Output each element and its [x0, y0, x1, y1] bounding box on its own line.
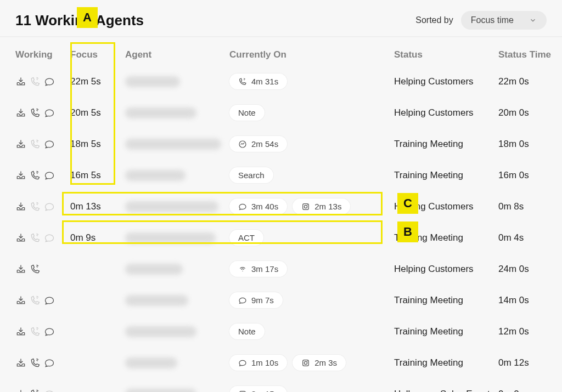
- agent-cell: [125, 107, 229, 118]
- phone-icon: [30, 232, 41, 243]
- currently-chip[interactable]: 3m 17s: [229, 261, 287, 277]
- col-working: Working: [15, 49, 70, 60]
- status-time-cell: 16m 0s: [498, 170, 553, 181]
- chip-text: 2m 3s: [314, 358, 337, 367]
- working-cell: [15, 357, 70, 368]
- chat-icon: [238, 359, 247, 367]
- currently-on-cell: Note: [229, 105, 394, 121]
- status-cell: Helping Customers: [394, 264, 498, 275]
- currently-chip[interactable]: 3m 40s: [229, 198, 287, 214]
- status-cell: Training Meeting: [394, 326, 498, 337]
- agents-table: Working Focus Agent Currently On Status …: [0, 37, 562, 392]
- sorted-by-label: Sorted by: [415, 15, 453, 25]
- agent-name-redacted: [125, 389, 196, 393]
- phone-icon: [30, 295, 41, 306]
- table-row[interactable]: Note Training Meeting 12m 0s: [11, 316, 551, 347]
- agent-cell: [125, 326, 229, 337]
- currently-on-cell: 2m 54s: [229, 136, 394, 152]
- chip-text: 1m 10s: [251, 358, 278, 367]
- currently-on-cell: 9m 7s: [229, 292, 394, 308]
- chip-text: 2m 54s: [251, 139, 278, 149]
- phone-icon: [30, 107, 41, 118]
- inbox-icon: [15, 201, 26, 212]
- currently-chip[interactable]: 2m 54s: [229, 136, 287, 152]
- inbox-icon: [15, 76, 26, 87]
- chip-text: ACT: [238, 233, 255, 242]
- messenger-icon: [238, 140, 247, 149]
- currently-chip[interactable]: Search: [229, 167, 273, 183]
- phone-icon: [238, 77, 247, 86]
- currently-chip[interactable]: 2m 13s: [293, 198, 350, 214]
- working-cell: [15, 201, 70, 212]
- currently-chip[interactable]: Note: [229, 105, 265, 121]
- header-bar: 11 Working Agents Sorted by Focus time: [0, 0, 562, 37]
- chat-icon: [44, 76, 55, 87]
- chip-text: 9m 7s: [251, 296, 274, 305]
- phone-icon: [30, 326, 41, 337]
- inbox-icon: [15, 107, 26, 118]
- agent-name-redacted: [125, 326, 196, 337]
- agent-name-redacted: [125, 357, 177, 368]
- table-row[interactable]: 0m 9s ACT Training Meeting 0m 4s: [11, 222, 551, 253]
- phone-icon: [30, 389, 41, 393]
- chat-icon: [44, 107, 55, 118]
- agent-cell: [125, 357, 229, 368]
- currently-on-cell: Search: [229, 167, 394, 183]
- status-time-cell: 12m 0s: [498, 326, 553, 337]
- table-row[interactable]: 3m 17s Helping Customers 24m 0s: [11, 253, 551, 285]
- agent-cell: [125, 264, 229, 275]
- table-row[interactable]: 0m 13s 3m 40s2m 13s Helping Customers 0m…: [11, 191, 551, 222]
- agent-name-redacted: [125, 76, 180, 87]
- phone-icon: [30, 357, 41, 368]
- chat-icon: [44, 201, 55, 212]
- table-row[interactable]: 22m 5s 4m 31s Helping Customers 22m 0s: [11, 66, 551, 97]
- table-row[interactable]: 3m 15s Halloween Sales Event 0m 0s: [11, 378, 551, 392]
- table-header: Working Focus Agent Currently On Status …: [11, 37, 551, 66]
- chevron-down-icon: [529, 16, 537, 24]
- agent-name-redacted: [125, 232, 216, 243]
- agent-name-redacted: [125, 170, 186, 181]
- currently-chip[interactable]: 1m 10s: [229, 355, 287, 371]
- chip-text: 4m 31s: [251, 77, 278, 86]
- status-time-cell: 0m 4s: [498, 232, 553, 243]
- agent-cell: [125, 139, 229, 150]
- working-cell: [15, 170, 70, 181]
- chip-text: 3m 15s: [251, 389, 278, 392]
- working-cell: [15, 326, 70, 337]
- svg-point-6: [305, 361, 307, 364]
- working-cell: [15, 107, 70, 118]
- table-row[interactable]: 18m 5s 2m 54s Training Meeting 18m 0s: [11, 128, 551, 160]
- sort-controls: Sorted by Focus time: [415, 11, 547, 30]
- inbox-icon: [15, 357, 26, 368]
- agent-cell: [125, 295, 229, 306]
- chip-text: 3m 17s: [251, 264, 278, 274]
- col-currently-on: Currently On: [229, 49, 394, 60]
- sort-select[interactable]: Focus time: [461, 11, 547, 30]
- status-cell: Training Meeting: [394, 139, 498, 150]
- status-time-cell: 14m 0s: [498, 295, 553, 306]
- chat-icon: [238, 202, 247, 211]
- status-time-cell: 22m 0s: [498, 76, 553, 87]
- working-cell: [15, 76, 70, 87]
- status-cell: Helping Customers: [394, 76, 498, 87]
- table-row[interactable]: 16m 5s Search Training Meeting 16m 0s: [11, 160, 551, 191]
- currently-chip[interactable]: ACT: [229, 230, 263, 246]
- status-cell: Training Meeting: [394, 357, 498, 368]
- currently-chip[interactable]: 2m 3s: [293, 355, 346, 371]
- agent-name-redacted: [125, 264, 183, 275]
- working-cell: [15, 232, 70, 243]
- currently-chip[interactable]: 4m 31s: [229, 73, 287, 89]
- status-time-cell: 18m 0s: [498, 139, 553, 150]
- chip-text: Search: [238, 171, 265, 180]
- table-row[interactable]: 9m 7s Training Meeting 14m 0s: [11, 285, 551, 316]
- agent-cell: [125, 201, 229, 212]
- phone-icon: [30, 170, 41, 181]
- currently-chip[interactable]: Note: [229, 323, 265, 339]
- currently-chip[interactable]: 3m 15s: [229, 386, 287, 392]
- table-row[interactable]: 20m 5s Note Helping Customers 20m 0s: [11, 97, 551, 128]
- agent-name-redacted: [125, 295, 188, 306]
- currently-on-cell: 3m 15s: [229, 386, 394, 392]
- table-row[interactable]: 1m 10s2m 3s Training Meeting 0m 12s: [11, 347, 551, 378]
- currently-chip[interactable]: 9m 7s: [229, 292, 283, 308]
- working-cell: [15, 139, 70, 150]
